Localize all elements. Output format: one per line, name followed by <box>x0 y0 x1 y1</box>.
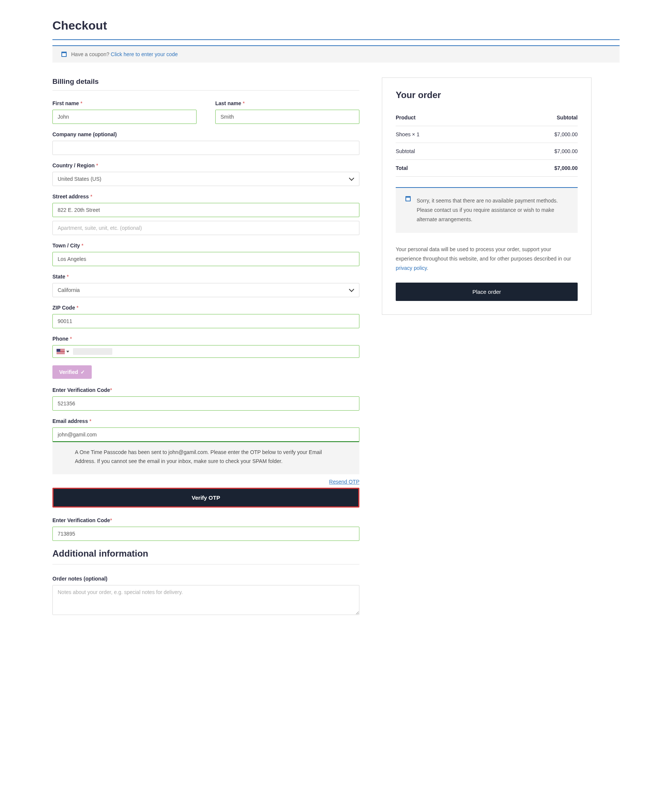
phone-input[interactable] <box>52 345 359 358</box>
verification-code-1-label: Enter Verification Code* <box>52 387 359 393</box>
phone-mask <box>73 348 112 355</box>
city-label: Town / City * <box>52 242 359 249</box>
additional-heading: Additional information <box>52 548 359 565</box>
privacy-text: Your personal data will be used to proce… <box>396 245 578 273</box>
city-input[interactable] <box>52 252 359 266</box>
order-item-row: Shoes × 1 $7,000.00 <box>396 126 578 143</box>
calendar-icon <box>406 196 411 201</box>
state-select[interactable]: California <box>52 283 359 297</box>
street2-input[interactable] <box>52 221 359 235</box>
coupon-bar: Have a coupon? Click here to enter your … <box>52 45 620 63</box>
country-label: Country / Region * <box>52 163 359 168</box>
verification-code-1-input[interactable] <box>52 396 359 411</box>
order-notes-textarea[interactable] <box>52 585 359 615</box>
state-label: State * <box>52 274 359 280</box>
calendar-icon <box>62 51 67 57</box>
chevron-down-icon[interactable] <box>66 351 69 353</box>
verification-code-2-label: Enter Verification Code* <box>52 517 359 523</box>
zip-label: ZIP Code * <box>52 305 359 311</box>
order-subtotal-row: Subtotal $7,000.00 <box>396 143 578 160</box>
check-icon: ✓ <box>80 369 85 375</box>
first-name-input[interactable] <box>52 110 196 124</box>
place-order-button[interactable]: Place order <box>396 282 578 301</box>
order-heading: Your order <box>396 90 578 100</box>
last-name-label: Last name * <box>215 100 359 106</box>
otp-notice: A One Time Passcode has been sent to joh… <box>52 440 359 474</box>
company-input[interactable] <box>52 141 359 155</box>
email-label: Email address * <box>52 418 359 424</box>
zip-input[interactable] <box>52 314 359 328</box>
street-label: Street address * <box>52 194 359 199</box>
privacy-link[interactable]: privacy policy <box>396 265 427 271</box>
last-name-input[interactable] <box>215 110 359 124</box>
coupon-link[interactable]: Click here to enter your code <box>111 51 178 57</box>
coupon-question: Have a coupon? <box>71 51 109 57</box>
flag-us-icon <box>57 349 65 354</box>
order-summary: Your order Product Subtotal Shoes × 1 $7… <box>382 78 592 315</box>
first-name-label: First name * <box>52 100 196 106</box>
order-th-product: Product <box>396 109 487 126</box>
order-table: Product Subtotal Shoes × 1 $7,000.00 Sub… <box>396 109 578 177</box>
email-input[interactable] <box>52 427 359 442</box>
verify-otp-button[interactable]: Verify OTP <box>52 488 359 508</box>
country-select[interactable]: United States (US) <box>52 172 359 186</box>
resend-otp-link[interactable]: Resend OTP <box>329 479 359 485</box>
order-th-subtotal: Subtotal <box>487 109 578 126</box>
street-input[interactable] <box>52 203 359 217</box>
verified-badge: Verified✓ <box>52 365 92 379</box>
verification-code-2-input[interactable] <box>52 526 359 541</box>
billing-heading: Billing details <box>52 78 359 91</box>
payment-notice: Sorry, it seems that there are no availa… <box>396 187 578 233</box>
page-title: Checkout <box>52 19 620 40</box>
order-total-row: Total $7,000.00 <box>396 160 578 177</box>
order-notes-label: Order notes (optional) <box>52 576 359 582</box>
phone-label: Phone * <box>52 336 359 342</box>
company-label: Company name (optional) <box>52 131 359 137</box>
